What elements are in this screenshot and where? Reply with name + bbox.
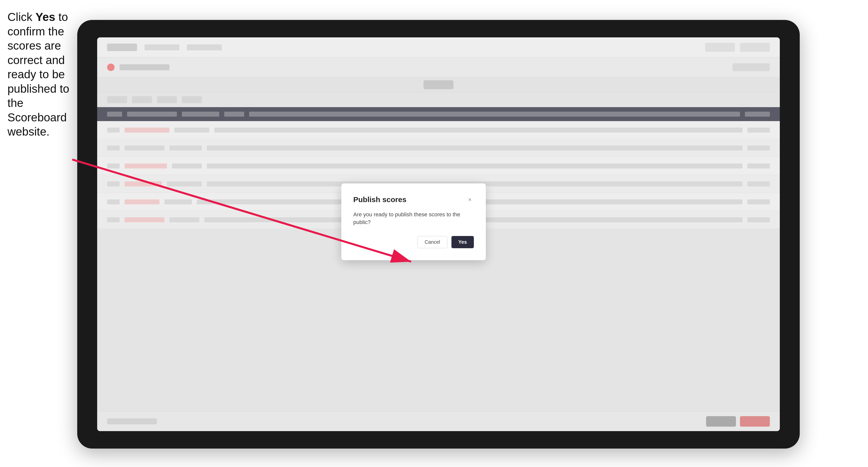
- cancel-button[interactable]: Cancel: [417, 236, 447, 248]
- instruction-text: Click Yes to confirm the scores are corr…: [7, 10, 80, 139]
- tablet-screen: Publish scores × Are you ready to publis…: [97, 37, 780, 431]
- yes-button[interactable]: Yes: [452, 236, 474, 248]
- modal-close-button[interactable]: ×: [466, 196, 474, 204]
- modal-overlay: Publish scores × Are you ready to publis…: [97, 37, 780, 431]
- tablet-device: Publish scores × Are you ready to publis…: [77, 20, 800, 448]
- instruction-text-part1: Click: [7, 10, 35, 24]
- modal-body-text: Are you ready to publish these scores to…: [353, 211, 474, 226]
- instruction-bold-word: Yes: [35, 10, 55, 24]
- modal-header: Publish scores ×: [353, 195, 474, 204]
- modal-footer: Cancel Yes: [353, 236, 474, 248]
- instruction-text-part2: to confirm the scores are correct and re…: [7, 10, 69, 138]
- modal-dialog: Publish scores × Are you ready to publis…: [341, 183, 486, 260]
- modal-title: Publish scores: [353, 195, 406, 204]
